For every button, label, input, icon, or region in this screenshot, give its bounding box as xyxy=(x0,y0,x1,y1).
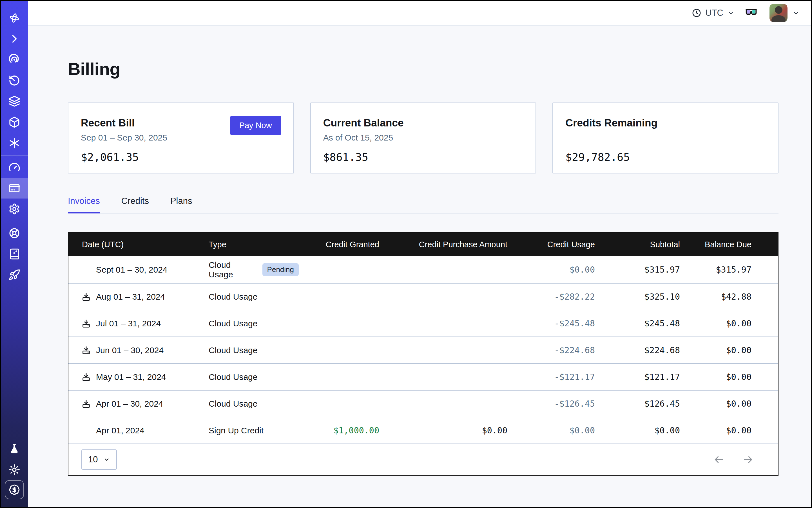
billing-tabs: Invoices Credits Plans xyxy=(68,196,778,213)
sidebar-item-support[interactable] xyxy=(1,223,28,244)
credit-purchase-cell: $0.00 xyxy=(392,425,520,435)
cube-icon xyxy=(8,116,20,128)
sidebar-item-packages[interactable] xyxy=(1,112,28,133)
table-header: Date (UTC) Type Credit Granted Credit Pu… xyxy=(69,232,778,256)
sidebar-divider xyxy=(1,155,28,156)
credit-usage-cell: -$126.45 xyxy=(520,399,607,409)
glasses-icon xyxy=(745,8,758,17)
prev-page-button[interactable] xyxy=(713,454,724,465)
download-icon xyxy=(81,399,91,409)
credit-usage-cell: $0.00 xyxy=(520,425,607,435)
account-menu-button[interactable] xyxy=(792,9,800,17)
invoice-type-cell: Cloud Usage xyxy=(209,292,299,302)
column-header-balance-due: Balance Due xyxy=(692,240,778,249)
timezone-selector[interactable]: UTC xyxy=(692,8,735,18)
chevron-down-icon xyxy=(792,9,800,17)
avatar[interactable] xyxy=(769,4,787,22)
invoice-type: Cloud Usage xyxy=(209,260,257,279)
download-invoice-button[interactable] xyxy=(81,319,91,328)
invoices-table: Date (UTC) Type Credit Granted Credit Pu… xyxy=(68,232,778,476)
tab-plans[interactable]: Plans xyxy=(170,196,192,213)
chevron-down-icon xyxy=(727,9,735,16)
download-invoice-button[interactable] xyxy=(81,372,91,382)
sidebar-item-history[interactable] xyxy=(1,70,28,91)
tab-credits[interactable]: Credits xyxy=(121,196,149,213)
table-row: Apr 01, 2024 Sign Up Credit $1,000.00 $0… xyxy=(69,417,778,443)
balance-due-cell: $42.88 xyxy=(692,292,778,302)
credits-remaining-amount: $29,782.65 xyxy=(565,151,766,163)
credits-remaining-card: Credits Remaining $29,782.65 xyxy=(552,102,778,173)
main-area: UTC Billing xyxy=(28,1,811,507)
credit-usage-cell: $0.00 xyxy=(520,265,607,274)
card-title: Credits Remaining xyxy=(565,117,766,129)
invoice-type: Cloud Usage xyxy=(209,345,257,355)
logo-orbit-icon xyxy=(8,12,20,24)
table-row: May 01 – 31, 2024 Cloud Usage -$121.17 $… xyxy=(69,363,778,390)
pay-now-button[interactable]: Pay Now xyxy=(230,116,281,135)
invoice-type-cell: Cloud Usage xyxy=(209,319,299,328)
download-invoice-button[interactable] xyxy=(81,345,91,355)
invoice-date-cell: Apr 01, 2024 xyxy=(69,426,209,435)
clock-icon xyxy=(692,8,701,18)
view-mode-button[interactable] xyxy=(745,8,758,17)
invoice-type: Cloud Usage xyxy=(209,292,257,302)
download-icon xyxy=(81,345,91,355)
sidebar-item-billing[interactable] xyxy=(1,178,28,199)
flask-icon xyxy=(8,443,20,455)
pagination-controls xyxy=(713,454,754,465)
sidebar-collapse-button[interactable] xyxy=(1,29,28,49)
balance-due-cell: $0.00 xyxy=(692,425,778,435)
invoice-date: Apr 01, 2024 xyxy=(96,426,144,435)
card-subtitle xyxy=(565,133,766,143)
invoice-date-cell: Jun 01 – 30, 2024 xyxy=(69,345,209,355)
next-page-button[interactable] xyxy=(742,454,754,465)
invoice-date: Sept 01 – 30, 2024 xyxy=(96,265,168,274)
invoice-type-cell: Cloud Usage xyxy=(209,399,299,409)
credit-usage-cell: -$282.22 xyxy=(520,292,607,302)
sidebar-item-docs[interactable] xyxy=(1,244,28,264)
subtotal-cell: $0.00 xyxy=(607,425,692,435)
tab-invoices[interactable]: Invoices xyxy=(68,196,100,213)
dollar-badge-icon xyxy=(9,484,20,495)
download-icon xyxy=(81,319,91,328)
chevron-right-icon xyxy=(8,33,20,45)
invoice-type-cell: Cloud Usage Pending xyxy=(209,260,299,279)
sidebar-item-labs[interactable] xyxy=(1,438,28,459)
sidebar-item-usage[interactable] xyxy=(1,157,28,178)
credit-usage-cell: -$121.17 xyxy=(520,372,607,382)
sidebar-item-monitoring[interactable] xyxy=(1,49,28,70)
current-balance-amount: $861.35 xyxy=(323,151,523,163)
recent-bill-card: Recent Bill Sep 01 – Sep 30, 2025 $2,061… xyxy=(68,102,294,173)
arrow-left-icon xyxy=(713,454,724,465)
credit-card-icon xyxy=(8,182,20,194)
sidebar-item-layers[interactable] xyxy=(1,91,28,112)
recent-bill-amount: $2,061.35 xyxy=(81,151,281,163)
sidebar-item-credits-promo[interactable] xyxy=(5,480,24,499)
subtotal-cell: $325.10 xyxy=(607,292,692,302)
invoice-date: Apr 01 – 30, 2024 xyxy=(96,399,163,409)
summary-cards: Recent Bill Sep 01 – Sep 30, 2025 $2,061… xyxy=(68,102,778,173)
invoice-date-cell: May 01 – 31, 2024 xyxy=(69,372,209,382)
subtotal-cell: $126.45 xyxy=(607,399,692,409)
invoice-type-cell: Cloud Usage xyxy=(209,345,299,355)
helm-icon xyxy=(8,227,20,239)
sidebar xyxy=(1,1,28,507)
table-row: Aug 01 – 31, 2024 Cloud Usage -$282.22 $… xyxy=(69,283,778,310)
invoice-type: Sign Up Credit xyxy=(209,426,263,435)
download-invoice-button[interactable] xyxy=(81,399,91,409)
page-size-select[interactable]: 10 xyxy=(81,450,117,470)
sidebar-logo[interactable] xyxy=(1,8,28,29)
sidebar-item-settings[interactable] xyxy=(1,199,28,219)
credit-usage-cell: -$224.68 xyxy=(520,345,607,355)
download-invoice-button[interactable] xyxy=(81,292,91,302)
sidebar-item-theme-toggle[interactable] xyxy=(1,459,28,480)
status-badge: Pending xyxy=(262,263,299,276)
page-title: Billing xyxy=(68,59,778,79)
arrow-right-icon xyxy=(742,454,754,465)
card-subtitle: As of Oct 15, 2025 xyxy=(323,133,523,143)
sidebar-item-services[interactable] xyxy=(1,133,28,154)
sidebar-item-getting-started[interactable] xyxy=(1,264,28,285)
invoice-date-cell: Sept 01 – 30, 2024 xyxy=(69,265,209,274)
page-size-value: 10 xyxy=(88,455,98,465)
invoice-type: Cloud Usage xyxy=(209,399,257,409)
